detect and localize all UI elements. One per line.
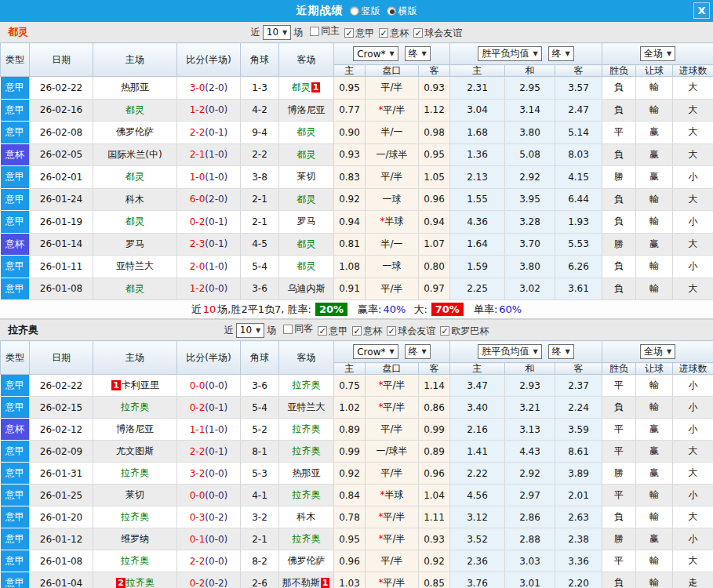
score-cell: 0-1(0-0) (177, 528, 241, 550)
goals-result-cell: 小 (673, 375, 713, 397)
league-type-cell: 意甲 (1, 572, 30, 588)
league-type-cell: 意甲 (1, 77, 30, 100)
handicap-text: 一/球半 (376, 149, 407, 160)
checkbox-checked-icon[interactable]: ✓ (344, 28, 354, 38)
handicap-text: 一球 (383, 194, 402, 205)
checkbox-club-friendly[interactable]: ✓球会友谊 (413, 27, 462, 40)
handicap-result-cell: 輸 (636, 397, 673, 419)
match-row: 意甲26-01-25莱切0-0(0-0)4-1拉齐奥0.84*半球1.044.5… (1, 485, 713, 506)
goals-result-cell: 大 (673, 463, 713, 485)
checkbox-club-friendly[interactable]: ✓球会友谊 (387, 325, 435, 338)
checkbox-label: 同主 (321, 24, 340, 38)
away-team-cell: 拉齐奥 (279, 441, 334, 463)
odds-source-select[interactable]: Crow*▼ (353, 344, 398, 359)
chevron-down-icon: ▼ (566, 348, 570, 355)
recent-games-select[interactable]: 10 ▼ (236, 323, 264, 338)
date-cell: 26-02-05 (30, 143, 93, 166)
torino-summary: 近10场,胜2平1负7, 胜率: 20% 赢率:40% 大: 70% 单率:60… (0, 300, 713, 319)
corners-cell: 3-2 (241, 506, 279, 528)
avg-source-select[interactable]: 胜平负均值▼ (478, 344, 541, 359)
checkbox-unchecked-icon[interactable] (283, 325, 293, 334)
team-name-text: 都灵 (297, 149, 316, 160)
fulltime-score: 3-2 (190, 468, 206, 479)
league-type-cell: 意甲 (1, 166, 30, 189)
handicap-text: 平/半 (380, 555, 402, 566)
avg-lose-cell: 3.59 (555, 419, 602, 441)
radio-button-icon[interactable] (350, 6, 359, 16)
date-cell: 26-02-16 (30, 99, 93, 122)
halftime-score: (0-1) (205, 446, 227, 457)
avg-final-select[interactable]: 终▼ (548, 344, 574, 359)
home-odds-cell: 0.91 (334, 278, 366, 300)
home-team-cell: 都灵 (93, 278, 177, 300)
home-odds-cell: 0.83 (334, 166, 366, 189)
avg-lose-cell: 6.44 (555, 188, 602, 211)
checkbox-checked-icon[interactable]: ✓ (318, 326, 327, 336)
handicap-text: 平/半 (380, 467, 402, 478)
match-result-cell: 負 (602, 506, 636, 528)
chevron-down-icon: ▼ (533, 50, 537, 57)
date-cell: 26-02-08 (30, 122, 93, 144)
radio-button-icon[interactable] (387, 6, 396, 16)
checkbox-checked-icon[interactable]: ✓ (352, 326, 362, 336)
fulltime-score: 2-3 (190, 238, 206, 249)
handicap-text: 一/球半 (376, 445, 407, 456)
recent-games-select[interactable]: 10 ▼ (263, 25, 291, 40)
checkbox-unchecked-icon[interactable] (310, 27, 319, 36)
halftime-score: (0-1) (205, 238, 227, 249)
scope-select[interactable]: 全场▼ (640, 46, 675, 61)
scope-select[interactable]: 全场▼ (640, 344, 675, 359)
checkbox-serie-a[interactable]: ✓意甲 (344, 27, 374, 40)
away-odds-cell: 0.93 (419, 528, 450, 550)
near-label: 近 (224, 324, 234, 337)
match-row: 意甲26-01-042拉齐奥0-2(0-2)2-6那不勒斯11.03*平/半0.… (1, 572, 713, 588)
match-row: 意甲26-01-20拉齐奥0-3(0-2)3-2科木0.78*平/半1.113.… (1, 506, 713, 528)
avg-draw-cell: 3.03 (505, 550, 555, 572)
checkbox-europa-league[interactable]: ✓欧罗巴杯 (440, 325, 489, 338)
score-cell: 0-2(0-1) (177, 397, 241, 419)
checkbox-coppa-italia[interactable]: ✓意杯 (352, 325, 382, 338)
home-odds-cell: 0.81 (334, 233, 366, 256)
checkbox-same-home[interactable]: 同主 (310, 24, 340, 38)
fulltime-score: 2-2 (190, 556, 206, 567)
goals-result-cell: 大 (673, 233, 713, 256)
checkbox-serie-a[interactable]: ✓意甲 (318, 325, 347, 338)
avg-final-select[interactable]: 终▼ (548, 46, 574, 61)
checkbox-checked-icon[interactable]: ✓ (413, 28, 423, 38)
match-result-cell: 平 (602, 419, 636, 441)
col-handicap: 盘口 (366, 363, 419, 375)
home-team-cell: 拉齐奥 (93, 463, 177, 485)
corners-cell: 2-2 (241, 143, 279, 166)
checkbox-checked-icon[interactable]: ✓ (440, 326, 449, 336)
checkbox-same-away[interactable]: 同客 (283, 322, 313, 336)
checkbox-coppa-italia[interactable]: ✓意杯 (379, 27, 409, 40)
avg-draw-cell: 2.92 (505, 463, 555, 485)
handicap-cell: 平/半 (366, 77, 419, 100)
halftime-score: (2-0) (205, 194, 227, 205)
league-type-cell: 意甲 (1, 441, 30, 463)
league-type-cell: 意杯 (1, 233, 30, 256)
close-icon: X (697, 5, 705, 16)
odds-source-select[interactable]: Crow*▼ (353, 46, 398, 61)
recent-games-value: 10 (267, 27, 278, 38)
match-row: 意甲26-01-24科木6-0(2-0)2-1都灵0.92一球0.961.553… (1, 188, 713, 211)
radio-horizontal-layout[interactable]: 横版 (387, 5, 417, 18)
home-odds-cell: 0.92 (334, 463, 366, 485)
chevron-down-icon: ▼ (256, 327, 260, 334)
score-cell: 2-1(1-0) (177, 143, 241, 166)
home-team-cell: 都灵 (93, 166, 177, 189)
checkbox-checked-icon[interactable]: ✓ (379, 28, 388, 38)
close-button[interactable]: X (693, 2, 710, 19)
team-name-text: 都灵 (297, 238, 316, 249)
checkbox-checked-icon[interactable]: ✓ (387, 326, 396, 336)
home-team-cell: 1卡利亚里 (93, 375, 177, 397)
odds-final-select[interactable]: 终▼ (405, 46, 431, 61)
home-odds-cell: 0.78 (334, 506, 366, 528)
away-odds-cell: 1.11 (419, 506, 450, 528)
handicap-text: 平/半 (383, 511, 405, 522)
team-name-text: 拉齐奥 (121, 555, 149, 566)
avg-source-select[interactable]: 胜平负均值▼ (478, 46, 541, 61)
radio-vertical-layout[interactable]: 竖版 (350, 5, 380, 18)
handicap-cell: *半球 (366, 485, 419, 506)
odds-final-select[interactable]: 终▼ (405, 344, 431, 359)
